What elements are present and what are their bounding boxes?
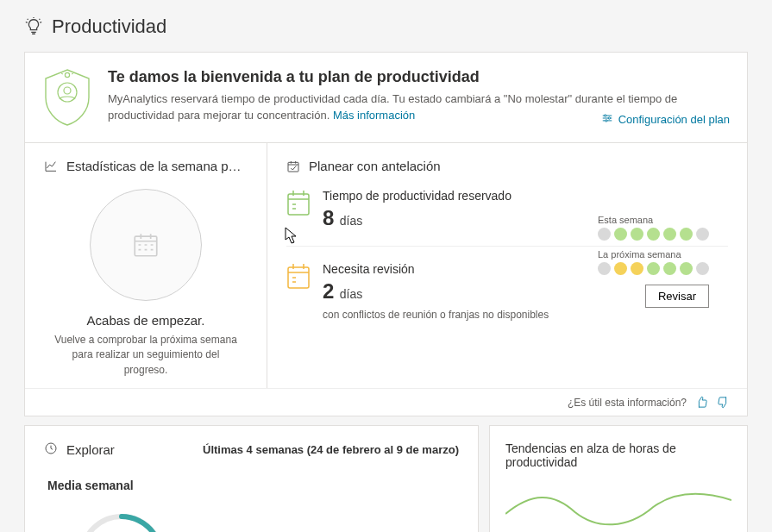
explore-card: Explorar Últimas 4 semanas (24 de febrer… bbox=[24, 425, 479, 532]
svg-point-5 bbox=[605, 120, 606, 122]
plan-ahead-section: Planear con antelación Tiempo de product… bbox=[267, 143, 747, 388]
svg-rect-6 bbox=[135, 236, 157, 256]
week-stats-empty-title: Acabas de empezar. bbox=[44, 313, 248, 328]
svg-rect-8 bbox=[288, 194, 309, 215]
date-range: Últimas 4 semanas (24 de febrero al 9 de… bbox=[203, 443, 459, 456]
svg-point-0 bbox=[58, 83, 77, 102]
plan-config-button[interactable]: Configuración del plan bbox=[601, 112, 730, 127]
lightbulb-icon bbox=[24, 17, 43, 36]
empty-progress-ring bbox=[90, 189, 202, 301]
review-value: 2 bbox=[323, 279, 334, 303]
shield-user-icon bbox=[42, 68, 92, 127]
svg-rect-9 bbox=[288, 267, 309, 288]
welcome-title: Te damos la bienvenida a tu plan de prod… bbox=[108, 68, 730, 86]
calendar-warning-icon bbox=[286, 262, 311, 290]
week-stats-empty-desc: Vuelve a comprobar la próxima semana par… bbox=[44, 333, 248, 378]
reserved-value: 8 bbox=[323, 206, 334, 229]
week-stats-heading: Estadísticas de la semana p… bbox=[66, 159, 242, 173]
plan-ahead-item-reserved: Tiempo de productividad reservado 8 días… bbox=[286, 189, 728, 230]
line-chart-icon bbox=[44, 160, 58, 173]
svg-point-4 bbox=[608, 117, 610, 119]
review-unit: días bbox=[340, 287, 362, 301]
trends-card: Tendencias en alza de horas de productiv… bbox=[489, 425, 748, 532]
plan-ahead-heading: Planear con antelación bbox=[309, 159, 441, 173]
calendar-check-icon bbox=[286, 160, 300, 173]
feedback-question: ¿Es útil esta información? bbox=[568, 397, 687, 409]
revise-button[interactable]: Revisar bbox=[645, 285, 709, 308]
this-week-label: Esta semana bbox=[598, 215, 709, 225]
explore-heading: Explorar bbox=[66, 442, 115, 457]
svg-rect-7 bbox=[288, 162, 298, 172]
learn-more-link[interactable]: Más información bbox=[333, 109, 415, 122]
feedback-row: ¿Es útil esta información? bbox=[25, 388, 747, 416]
week-stats-section: Estadísticas de la semana p… Acabas de e… bbox=[25, 143, 267, 388]
svg-point-3 bbox=[604, 115, 606, 116]
review-subtitle: con conflictos de reunión o franjas no d… bbox=[323, 309, 549, 321]
weekly-avg-donut bbox=[70, 504, 173, 532]
page-title: Productividad bbox=[52, 16, 166, 38]
page-header: Productividad bbox=[0, 0, 772, 47]
reserved-title: Tiempo de productividad reservado bbox=[323, 189, 512, 203]
weekly-avg-label: Media semanal bbox=[47, 479, 459, 492]
thumbs-down-icon[interactable] bbox=[717, 396, 730, 409]
reserved-unit: días bbox=[340, 214, 362, 228]
svg-point-1 bbox=[64, 87, 71, 94]
calendar-icon bbox=[286, 189, 311, 216]
thumbs-up-icon[interactable] bbox=[695, 396, 708, 409]
review-title: Necesita revisión bbox=[323, 262, 549, 276]
trends-heading: Tendencias en alza de horas de productiv… bbox=[505, 441, 731, 469]
sliders-icon bbox=[601, 112, 613, 127]
clock-icon bbox=[44, 441, 58, 458]
trend-sparkline bbox=[505, 488, 731, 532]
svg-point-2 bbox=[65, 72, 69, 77]
productivity-card: Te damos la bienvenida a tu plan de prod… bbox=[24, 52, 748, 416]
welcome-banner: Te damos la bienvenida a tu plan de prod… bbox=[25, 53, 747, 142]
plan-ahead-item-review: Necesita revisión 2 días con conflictos … bbox=[286, 246, 728, 321]
